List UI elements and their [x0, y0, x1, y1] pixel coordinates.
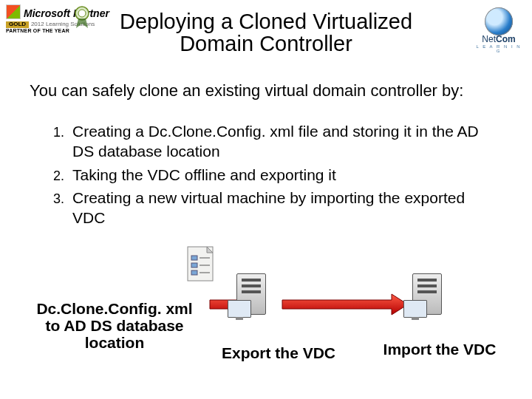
slide-title: Deploying a Cloned Virtualized Domain Co… — [0, 10, 532, 55]
svg-rect-5 — [191, 263, 197, 267]
list-item: Creating a new virtual machine by import… — [68, 188, 495, 228]
caption-export: Export the VDC — [216, 344, 341, 361]
caption-import: Import the VDC — [369, 341, 510, 358]
diagram: Dc.Clone.Config. xml to AD DS database l… — [0, 244, 532, 384]
steps-list: Creating a Dc.Clone.Config. xml file and… — [47, 121, 495, 231]
intro-text: You can safely clone an existing virtual… — [30, 81, 502, 100]
svg-rect-6 — [191, 270, 197, 275]
server-target-icon — [406, 273, 448, 340]
arrow-icon — [281, 293, 409, 316]
header: Microsoft Partner GOLD 2012 Learning Sol… — [0, 0, 532, 58]
slide: Microsoft Partner GOLD 2012 Learning Sol… — [0, 0, 532, 399]
list-item: Taking the VDC offline and exporting it — [68, 165, 495, 185]
server-source-icon — [231, 273, 272, 340]
caption-config: Dc.Clone.Config. xml to AD DS database l… — [30, 300, 200, 351]
list-item: Creating a Dc.Clone.Config. xml file and… — [68, 121, 495, 162]
config-file-icon — [185, 244, 217, 285]
svg-rect-4 — [191, 256, 197, 260]
